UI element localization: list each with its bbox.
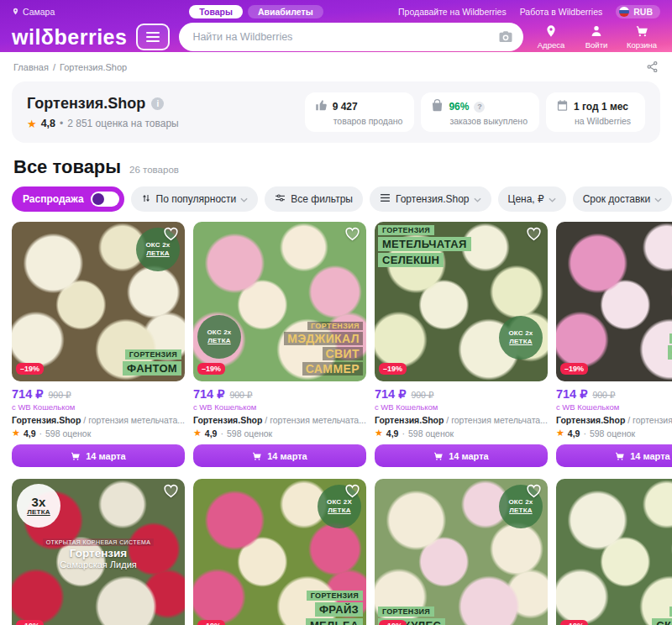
stat-value: 96% <box>449 101 469 113</box>
seedling-age-badge: ОКС 2хЛЕТКА <box>499 316 543 360</box>
filter-chip-2[interactable]: Гортензия.Shop <box>370 186 491 212</box>
delivery-date-label: 14 марта <box>449 451 488 461</box>
sale-toggle[interactable]: Распродажа <box>12 186 124 212</box>
stat-value: 9 427 <box>333 101 358 113</box>
stat-label: заказов выкуплено <box>431 116 528 126</box>
header-actions: АдресаВойтиКорзина <box>533 24 660 50</box>
filter-chip-0[interactable]: По популярности <box>131 186 259 212</box>
store-stats: 9 427 товаров продано 96% ? заказов выку… <box>305 92 645 132</box>
product-image[interactable]: ОКС 2хЛЕТКА ГОРТЕНЗИЯФАНТОМ –19% <box>12 222 185 381</box>
rating-line: ★ 4,9 · 598 оценок <box>12 428 185 439</box>
delivery-date-button[interactable]: 14 марта <box>375 444 548 467</box>
info-icon[interactable]: i <box>151 97 164 110</box>
delivery-date-label: 14 марта <box>86 451 125 461</box>
variety-label: ГОРТЕНЗИЯФАНТОМ <box>123 349 181 376</box>
product-card[interactable]: ОКС 2хЛЕТКА ГОРТЕНЗИЯСКАЙФОЛЛ –19% 714 ₽… <box>556 479 672 625</box>
stat-value: 1 год 1 мес <box>574 101 628 113</box>
variety-label: ГОРТЕНЗИЯМЭДЖИКАЛСВИТСАММЕР <box>284 322 363 376</box>
wildberries-logo[interactable]: wilδberries <box>12 25 127 50</box>
filter-bar: Распродажа По популярностиВсе фильтрыГор… <box>12 186 660 212</box>
help-icon[interactable]: ? <box>474 102 485 113</box>
favorite-heart-icon[interactable] <box>526 484 542 498</box>
header-tab-0[interactable]: Товары <box>189 5 243 18</box>
filter-chip-4[interactable]: Срок доставки <box>573 186 672 212</box>
delivery-date-button[interactable]: 14 марта <box>12 444 185 467</box>
location-selector[interactable]: Самара <box>12 7 55 17</box>
store-summary-card: Гортензия.Shop i ★ 4,8 • 2 851 оценка на… <box>12 81 660 143</box>
search-bar <box>179 23 523 51</box>
discount-badge: –19% <box>560 363 588 375</box>
product-card[interactable]: ОКС 2ХЛЕТКА ГОРТЕНЗИЯФРАЙЗМЕЛЬБА –19% 71… <box>193 479 366 625</box>
product-count: 26 товаров <box>129 165 179 175</box>
search-input[interactable] <box>179 23 523 51</box>
variety-label: ГОРТЕНЗИЯФРАЙЗМЕЛЬБА <box>306 591 363 625</box>
rating-line: ★ 4,9 · 598 оценок <box>556 428 672 439</box>
store-rating-count: 2 851 оценка на товары <box>67 118 178 129</box>
product-image[interactable]: ОКС 2хЛЕТКА ГОРТЕНЗИЯСКАЙФОЛЛ –19% <box>556 479 672 625</box>
camera-search-icon[interactable] <box>498 29 513 45</box>
brand-name: Гортензия.Shop <box>375 415 444 425</box>
product-card[interactable]: 3хЛЕТКА ОТКРЫТАЯ КОРНЕВАЯ СИСТЕМА Гортен… <box>12 479 185 625</box>
product-card[interactable]: ОКС 2хЛЕТКА ГОРТЕНЗИЯМЭДЖИКАЛСВИТСАММЕР … <box>193 222 366 467</box>
header-action-адреса[interactable]: Адреса <box>534 24 568 50</box>
star-icon: ★ <box>193 428 202 439</box>
favorite-heart-icon[interactable] <box>526 227 542 241</box>
delivery-date-button[interactable]: 14 марта <box>193 444 366 467</box>
header-tabs: ТоварыАвиабилеты <box>189 5 323 18</box>
share-icon[interactable] <box>646 60 659 73</box>
page: Самара ТоварыАвиабилеты Продавайте на Wi… <box>0 0 672 625</box>
product-card[interactable]: ОКС 2хЛЕТКА ГОРТЕНЗИЯФАНТОМ –19% 714 ₽ 9… <box>12 222 185 467</box>
page-title: Все товары <box>13 156 121 178</box>
stat-label: товаров продано <box>315 116 403 126</box>
star-icon: ★ <box>27 118 37 130</box>
header-action-корзина[interactable]: Корзина <box>625 24 659 50</box>
header-links: Продавайте на Wildberries Работа в Wildb… <box>398 5 660 18</box>
header-action-войти[interactable]: Войти <box>580 24 613 50</box>
work-at-wb-link[interactable]: Работа в Wildberries <box>520 7 603 17</box>
bag-icon <box>431 99 444 114</box>
variety-label: ГОРТЕНЗИЯСАММЕРЛАВ <box>668 334 672 376</box>
stat-label: на Wildberries <box>556 116 633 126</box>
wallet-price-note: с WB Кошельком <box>12 402 185 412</box>
cart-icon <box>252 451 262 461</box>
product-card[interactable]: ОКС 2хЛЕТКА ГОРТЕНЗИЯГЕРКУЛЕС –19% 714 ₽… <box>375 479 548 625</box>
product-image[interactable]: ОКС 2ХЛЕТКА ГОРТЕНЗИЯФРАЙЗМЕЛЬБА –19% <box>193 479 366 625</box>
delivery-date-label: 14 марта <box>267 451 307 461</box>
favorite-heart-icon[interactable] <box>344 484 360 498</box>
toggle-switch[interactable] <box>91 192 119 207</box>
star-icon: ★ <box>556 428 564 439</box>
brand-line: Гортензия.Shop / гортензия метельчата... <box>12 415 185 425</box>
reviews-count: 598 оценок <box>227 428 272 439</box>
store-name: Гортензия.Shop <box>27 95 145 113</box>
variety-banner: ОТКРЫТАЯ КОРНЕВАЯ СИСТЕМА Гортензия Сама… <box>12 536 185 570</box>
delivery-date-button[interactable]: 14 марта <box>556 444 672 467</box>
list-icon <box>380 193 391 205</box>
breadcrumb-item-0[interactable]: Главная <box>13 62 49 72</box>
chevron-down-icon <box>549 193 556 205</box>
filter-chip-3[interactable]: Цена, ₽ <box>498 186 566 212</box>
seedling-age-badge: ОКС 2хЛЕТКА <box>197 315 241 359</box>
brand-name: Гортензия.Shop <box>193 415 262 425</box>
product-card[interactable]: ОКС 2хЛЕТКА ГОРТЕНЗИЯМЕТЕЛЬЧАТАЯСЕЛЕКШН … <box>375 222 548 467</box>
product-image[interactable]: ОКС 2хЛЕТКА ГОРТЕНЗИЯМЕТЕЛЬЧАТАЯСЕЛЕКШН … <box>375 222 548 381</box>
catalog-menu-button[interactable] <box>136 24 170 50</box>
product-card[interactable]: ОКС 2хЛЕТКА ГОРТЕНЗИЯСАММЕРЛАВ –19% 714 … <box>556 222 672 467</box>
favorite-heart-icon[interactable] <box>163 484 179 498</box>
product-image[interactable]: ОКС 2хЛЕТКА ГОРТЕНЗИЯГЕРКУЛЕС –19% <box>375 479 548 625</box>
sell-on-wb-link[interactable]: Продавайте на Wildberries <box>398 7 507 17</box>
price: 714 ₽ <box>193 387 224 401</box>
rating-value: 4,9 <box>24 428 36 439</box>
favorite-heart-icon[interactable] <box>344 227 360 241</box>
product-image[interactable]: 3хЛЕТКА ОТКРЫТАЯ КОРНЕВАЯ СИСТЕМА Гортен… <box>12 479 185 625</box>
currency-selector[interactable]: RUB <box>616 5 660 18</box>
product-image[interactable]: ОКС 2хЛЕТКА ГОРТЕНЗИЯМЭДЖИКАЛСВИТСАММЕР … <box>193 222 366 381</box>
breadcrumb-item-1[interactable]: Гортензия.Shop <box>60 62 127 72</box>
filter-chip-1[interactable]: Все фильтры <box>265 186 363 212</box>
old-price: 900 ₽ <box>229 390 252 400</box>
rating-value: 4,9 <box>386 428 399 439</box>
header-tab-1[interactable]: Авиабилеты <box>248 5 323 18</box>
star-icon: ★ <box>12 428 20 439</box>
favorite-heart-icon[interactable] <box>163 227 179 241</box>
product-description: / гортензия метельчата... <box>265 415 366 425</box>
product-image[interactable]: ОКС 2хЛЕТКА ГОРТЕНЗИЯСАММЕРЛАВ –19% <box>556 222 672 381</box>
